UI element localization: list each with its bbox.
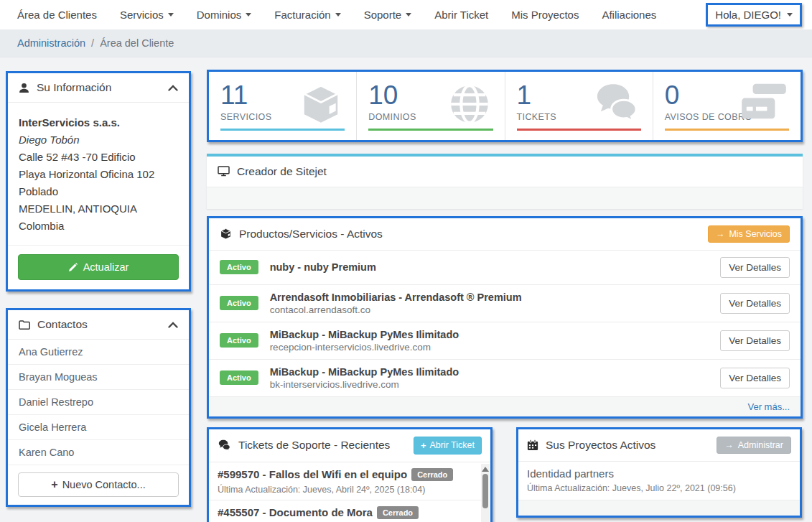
breadcrumb-current: Área del Cliente	[100, 37, 174, 49]
manage-projects-button[interactable]: → Administrar	[717, 437, 791, 454]
ticket-title-link[interactable]: #455507 - Documento de Mora	[218, 506, 373, 518]
stat-card-servicios[interactable]: 11 SERVICIOS	[209, 72, 357, 140]
open-ticket-button[interactable]: + Abrir Ticket	[414, 437, 482, 455]
products-panel-header: Productos/Servicios - Activos → Mis Serv…	[209, 218, 801, 250]
view-details-button[interactable]: Ver Detalles	[720, 257, 790, 278]
status-badge-active: Activo	[220, 260, 258, 274]
nav-item-facturacion[interactable]: Facturación	[274, 9, 340, 21]
products-services-panel: Productos/Servicios - Activos → Mis Serv…	[207, 216, 803, 419]
user-icon	[19, 83, 29, 93]
scrollbar-thumb[interactable]	[482, 474, 488, 508]
user-menu-label: Hola, DIEGO!	[715, 9, 781, 21]
top-nav: Área de Clientes Servicios Dominios Fact…	[0, 0, 812, 29]
sitejet-panel: Creador de Sitejet	[207, 154, 803, 209]
contact-row[interactable]: Daniel Restrepo	[8, 390, 189, 415]
nav-label: Área de Clientes	[17, 9, 97, 21]
contacts-panel-title: Contactos	[37, 318, 161, 331]
ticket-title-link[interactable]: #599570 - Fallos del Wifi en el equipo	[218, 468, 407, 480]
nav-label: Servicios	[120, 9, 164, 21]
project-row: Identidad partners Última Actualización:…	[518, 462, 800, 500]
my-services-label: Mis Servicios	[729, 229, 782, 239]
status-badge-active: Activo	[220, 370, 258, 385]
chat-bubbles-icon	[594, 82, 640, 126]
my-services-button[interactable]: → Mis Servicios	[708, 225, 790, 243]
contacts-panel-header[interactable]: Contactos	[8, 310, 189, 340]
nav-label: Mis Proyectos	[511, 9, 579, 21]
project-name-link[interactable]: Identidad partners	[527, 467, 614, 480]
tickets-panel-header: Tickets de Soporte - Recientes + Abrir T…	[209, 429, 490, 462]
tickets-scrollbar[interactable]	[481, 464, 490, 522]
service-name: MiBackup - MiBackup PyMes Ilimitado	[270, 329, 709, 340]
open-ticket-label: Abrir Ticket	[429, 440, 475, 450]
service-row: Activo Arrendasoft Inmobiliarias - Arren…	[209, 284, 801, 322]
manage-projects-label: Administrar	[738, 440, 783, 450]
client-company-name: InterServicios s.a.s.	[19, 114, 178, 131]
caret-down-icon	[168, 13, 174, 17]
address-line: MEDELLIN, ANTIOQUIA	[19, 200, 178, 218]
breadcrumb: Administración / Área del Cliente	[0, 29, 812, 57]
calendar-icon	[527, 439, 538, 451]
stat-card-avisos-de-cobro[interactable]: 0 AVISOS DE COBRO	[653, 72, 801, 140]
user-menu-dropdown[interactable]: Hola, DIEGO!	[706, 3, 802, 27]
client-area-page: Área de Clientes Servicios Dominios Fact…	[0, 0, 812, 522]
globe-icon	[447, 82, 492, 129]
monitor-icon	[218, 166, 230, 177]
cube-icon	[220, 228, 232, 240]
view-details-button[interactable]: Ver Detalles	[720, 330, 790, 351]
new-contact-button[interactable]: + Nuevo Contacto...	[18, 472, 179, 497]
nav-item-afiliaciones[interactable]: Afiliaciones	[602, 9, 656, 21]
main-content: 11 SERVICIOS 10 DOMINIOS 1 TICKETS	[207, 70, 803, 522]
sidebar: Su Información InterServicios s.a.s. Die…	[6, 71, 191, 507]
chevron-up-icon[interactable]	[168, 322, 178, 328]
see-more-link[interactable]: Ver más...	[747, 401, 790, 412]
nav-item-dominios[interactable]: Dominios	[197, 9, 252, 21]
scrollbar-up-arrow-icon[interactable]	[482, 467, 489, 472]
breadcrumb-link-administracion[interactable]: Administración	[17, 37, 85, 49]
projects-panel-title: Sus Proyectos Activos	[546, 439, 709, 452]
nav-item-soporte[interactable]: Soporte	[364, 9, 412, 21]
view-details-button[interactable]: Ver Detalles	[720, 368, 790, 388]
stat-card-dominios[interactable]: 10 DOMINIOS	[357, 72, 505, 140]
divider	[8, 245, 189, 246]
service-domain: bk-interservicios.livedrive.com	[270, 379, 709, 390]
sitejet-panel-header[interactable]: Creador de Sitejet	[207, 157, 803, 187]
service-name: nuby - nuby Premium	[270, 261, 709, 273]
update-info-button[interactable]: Actualizar	[18, 254, 179, 280]
client-address-block: InterServicios s.a.s. Diego Tobón Calle …	[8, 103, 189, 245]
nav-item-mis-proyectos[interactable]: Mis Proyectos	[511, 9, 579, 21]
contact-row[interactable]: Brayan Mogueas	[8, 365, 189, 390]
breadcrumb-separator: /	[91, 37, 94, 49]
plus-icon: +	[421, 440, 426, 451]
status-badge-active: Activo	[220, 333, 258, 348]
tickets-list: #599570 - Fallos del Wifi en el equipoCe…	[209, 462, 490, 522]
stat-card-tickets[interactable]: 1 TICKETS	[505, 72, 653, 140]
contact-row[interactable]: Ana Gutierrez	[8, 340, 189, 365]
nav-item-abrir-ticket[interactable]: Abrir Ticket	[434, 9, 488, 21]
bottom-row: Tickets de Soporte - Recientes + Abrir T…	[207, 427, 803, 522]
products-panel-footer: Ver más...	[209, 396, 801, 416]
nav-item-servicios[interactable]: Servicios	[120, 9, 174, 21]
contact-row[interactable]: Karen Cano	[8, 440, 189, 465]
support-tickets-panel: Tickets de Soporte - Recientes + Abrir T…	[207, 427, 493, 522]
your-info-panel-header[interactable]: Su Información	[8, 73, 189, 103]
project-updated-text: Última Actualización: Jueves, Julio 22º,…	[527, 483, 791, 493]
chevron-up-icon[interactable]	[168, 85, 178, 91]
stats-row: 11 SERVICIOS 10 DOMINIOS 1 TICKETS	[207, 70, 803, 142]
nav-label: Facturación	[274, 9, 330, 21]
arrow-right-icon: →	[716, 229, 725, 239]
view-details-button[interactable]: Ver Detalles	[720, 293, 790, 314]
projects-panel-header: Sus Proyectos Activos → Administrar	[518, 429, 800, 462]
service-domain: recepcion-interservicios.livedrive.com	[270, 342, 709, 353]
nav-label: Afiliaciones	[602, 9, 656, 21]
nav-items: Área de Clientes Servicios Dominios Fact…	[17, 9, 706, 21]
service-name: Arrendasoft Inmobiliarias - Arrendasoft …	[270, 292, 709, 303]
products-panel-title: Productos/Servicios - Activos	[239, 228, 701, 241]
address-line: Poblado	[19, 183, 178, 200]
your-info-panel: Su Información InterServicios s.a.s. Die…	[6, 71, 191, 292]
chat-bubbles-icon	[218, 439, 231, 451]
nav-item-area-de-clientes[interactable]: Área de Clientes	[17, 9, 97, 21]
service-row: Activo nuby - nuby Premium Ver Detalles	[209, 250, 801, 284]
credit-card-icon	[740, 82, 788, 123]
contact-row[interactable]: Gicela Herrera	[8, 415, 189, 440]
service-row: Activo MiBackup - MiBackup PyMes Ilimita…	[209, 359, 801, 396]
